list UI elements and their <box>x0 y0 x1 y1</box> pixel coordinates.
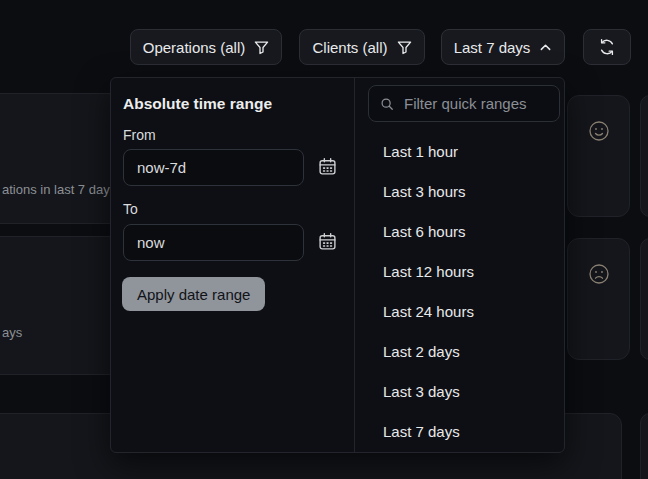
chevron-up-icon <box>539 41 552 54</box>
operations-filter-button[interactable]: Operations (all) <box>130 29 282 65</box>
absolute-time-title: Absolute time range <box>123 95 272 113</box>
time-picker-panel: Absolute time range From To Apply d <box>110 77 565 453</box>
from-calendar-button[interactable] <box>315 156 339 180</box>
quick-range-item[interactable]: Last 3 days <box>355 371 564 411</box>
time-range-label: Last 7 days <box>454 39 531 56</box>
to-input[interactable] <box>123 224 304 261</box>
refresh-icon <box>598 38 616 56</box>
quick-range-search[interactable] <box>368 85 560 122</box>
search-icon <box>380 97 394 111</box>
quick-range-item[interactable]: Last 12 hours <box>355 251 564 291</box>
dashboard-card <box>567 238 630 360</box>
quick-range-item[interactable]: Last 1 hour <box>355 131 564 171</box>
funnel-icon <box>397 40 412 55</box>
quick-range-item[interactable]: Last 3 hours <box>355 171 564 211</box>
card-caption: ations in last 7 days <box>2 182 116 197</box>
from-input[interactable] <box>123 149 304 186</box>
smiley-face-icon <box>588 120 610 142</box>
to-calendar-button[interactable] <box>315 231 339 255</box>
card-caption: ays <box>2 325 22 340</box>
clients-filter-button[interactable]: Clients (all) <box>299 29 425 65</box>
quick-range-list: Last 1 hour Last 3 hours Last 6 hours La… <box>355 131 564 449</box>
clients-filter-label: Clients (all) <box>312 39 387 56</box>
quick-range-item[interactable]: Last 7 days <box>355 411 564 449</box>
from-label: From <box>123 127 156 143</box>
dashboard-card <box>567 95 630 217</box>
refresh-button[interactable] <box>583 29 631 65</box>
dashboard-card <box>640 95 648 217</box>
quick-range-item[interactable]: Last 2 days <box>355 331 564 371</box>
quick-ranges-pane: Last 1 hour Last 3 hours Last 6 hours La… <box>354 78 564 452</box>
dashboard-card <box>640 413 648 479</box>
frown-face-icon <box>588 263 610 285</box>
quick-range-item[interactable]: Last 24 hours <box>355 291 564 331</box>
time-range-button[interactable]: Last 7 days <box>441 29 565 65</box>
to-label: To <box>123 201 138 217</box>
absolute-time-pane: Absolute time range From To Apply d <box>111 78 354 452</box>
apply-date-range-button[interactable]: Apply date range <box>122 277 265 311</box>
calendar-icon <box>318 232 337 251</box>
quick-range-search-input[interactable] <box>402 94 548 113</box>
calendar-icon <box>318 157 337 176</box>
operations-filter-label: Operations (all) <box>143 39 246 56</box>
funnel-icon <box>254 40 269 55</box>
quick-range-item[interactable]: Last 6 hours <box>355 211 564 251</box>
app-root: ations in last 7 days ays Operations (al… <box>0 0 648 479</box>
dashboard-card <box>640 238 648 360</box>
